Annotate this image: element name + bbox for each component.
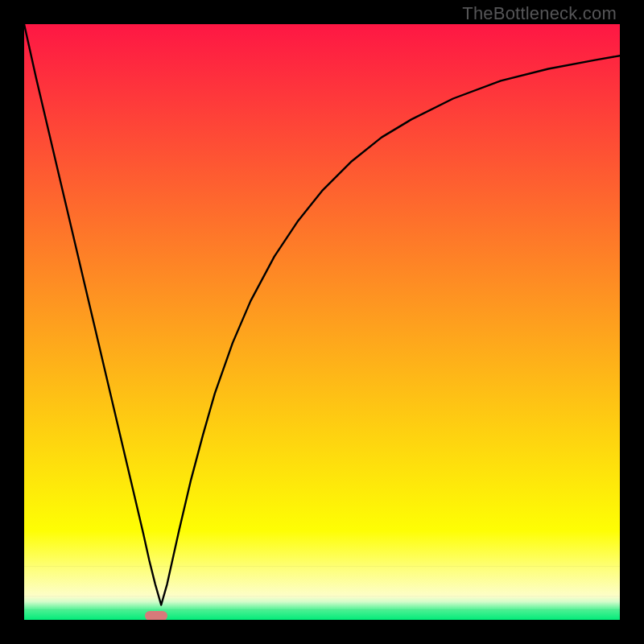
curve-layer — [24, 24, 620, 620]
plot-area — [24, 24, 620, 620]
watermark-text: TheBottleneck.com — [462, 3, 617, 24]
bottleneck-curve — [24, 24, 620, 605]
target-marker — [145, 611, 167, 620]
chart-frame: TheBottleneck.com — [0, 0, 644, 644]
